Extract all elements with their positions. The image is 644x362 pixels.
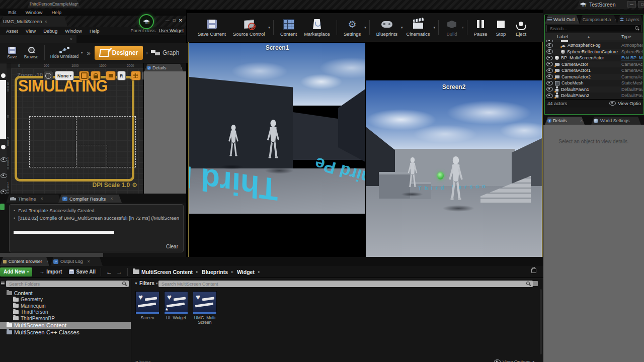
- tab-world-settings[interactable]: World Settings: [591, 117, 641, 125]
- search-folders-input[interactable]: [8, 281, 122, 287]
- close-icon[interactable]: ×: [110, 196, 113, 201]
- clear-button[interactable]: Clear: [166, 244, 178, 249]
- folder-multiscreen-cpp[interactable]: MultiScreen C++ Classes: [0, 329, 131, 336]
- umg-menu-view[interactable]: View: [26, 28, 36, 34]
- preview-size-dropdown[interactable]: None▾: [55, 71, 74, 80]
- eye-icon[interactable]: [546, 74, 553, 79]
- close-icon[interactable]: ×: [70, 37, 72, 42]
- table-row[interactable]: DefaultPawn1DefaultPawn: [545, 86, 643, 93]
- umg-menu-asset[interactable]: Asset: [6, 28, 18, 34]
- breadcrumb-widget[interactable]: Widget: [237, 269, 255, 275]
- eye-icon[interactable]: [546, 81, 553, 85]
- back-button[interactable]: ←: [106, 268, 112, 276]
- sort-asc-icon[interactable]: ▲: [587, 35, 590, 38]
- blueprints-button[interactable]: Blueprints: [373, 15, 401, 41]
- tab-layers[interactable]: Layers: [617, 15, 643, 24]
- viewport-screen1[interactable]: Third Pe Third Pe Screen1: [189, 43, 365, 257]
- minimize-button[interactable]: —: [627, 1, 636, 8]
- animation-mode-button[interactable]: [106, 71, 116, 80]
- eye-icon[interactable]: [546, 62, 553, 66]
- eye-icon[interactable]: [546, 94, 553, 98]
- save-search-icon[interactable]: [533, 281, 538, 286]
- eye-icon[interactable]: [546, 49, 553, 54]
- localization-globe-button[interactable]: [43, 71, 53, 80]
- tab-map[interactable]: ThirdPersonExampleMap*: [28, 0, 80, 8]
- table-row[interactable]: CameraActor1CameraActo: [545, 67, 643, 74]
- assets-scrollbar[interactable]: [540, 289, 542, 354]
- sources-toggle-icon[interactable]: [1, 282, 5, 286]
- tab-umg-details[interactable]: i Details ×: [144, 64, 183, 71]
- window-resize-edge[interactable]: [0, 253, 103, 257]
- table-row[interactable]: CameraActorCameraActo: [545, 61, 643, 68]
- umg-menu-debug[interactable]: Debug: [43, 28, 57, 34]
- close-icon[interactable]: ×: [580, 118, 583, 123]
- tab-composure-layers[interactable]: ComposureLa ×: [580, 15, 617, 24]
- folder-thirdpersonbp[interactable]: ThirdPersonBP: [0, 315, 131, 322]
- umg-menu-help[interactable]: Help: [90, 28, 100, 34]
- caret-down-icon[interactable]: ▾: [364, 26, 366, 30]
- respect-locks-button[interactable]: R: [117, 71, 126, 80]
- add-new-button[interactable]: Add New ▾: [0, 267, 32, 277]
- table-row[interactable]: CubeMeshStaticMesh: [545, 80, 643, 86]
- tab-umg-multiscreen[interactable]: UMG_MultiScreen ×: [0, 16, 67, 27]
- folder-thirdperson[interactable]: ThirdPerson: [0, 309, 131, 316]
- forward-button[interactable]: →: [116, 268, 122, 276]
- folder-mannequin[interactable]: Mannequin: [0, 303, 131, 309]
- grid-snap-button[interactable]: [131, 71, 141, 80]
- tab-details[interactable]: i Details ×: [545, 117, 585, 125]
- cinematics-button[interactable]: Cinematics: [403, 15, 434, 41]
- menu-edit[interactable]: Edit: [8, 10, 16, 15]
- close-icon[interactable]: ×: [45, 19, 47, 24]
- eye-icon[interactable]: [546, 87, 553, 92]
- asset-screen[interactable]: ♥ Screen: [134, 291, 160, 320]
- maximize-button[interactable]: □: [638, 1, 644, 8]
- table-row[interactable]: DefaultPawn2DefaultPawn: [545, 93, 643, 99]
- eye-icon[interactable]: [546, 68, 553, 73]
- close-icon[interactable]: ×: [47, 259, 49, 264]
- table-row[interactable]: ☁ AtmosphericFogAtmospheric: [545, 42, 643, 49]
- dpi-gear-icon[interactable]: ⚙: [132, 182, 137, 189]
- minimize-icon[interactable]: —: [166, 18, 170, 23]
- asset-umg-multiscreen[interactable]: ♥ UMG_Multi Screen: [192, 291, 218, 325]
- eject-button[interactable]: Eject: [511, 15, 531, 41]
- tab-output-log[interactable]: > Output Log ×: [50, 257, 103, 266]
- umg-menu-window[interactable]: Window: [65, 28, 82, 34]
- fill-rule-button[interactable]: [79, 71, 89, 80]
- folder-content[interactable]: Content: [0, 290, 131, 297]
- menu-help[interactable]: Help: [51, 10, 61, 15]
- marketplace-button[interactable]: Marketplace: [300, 15, 334, 41]
- folder-multiscreen-content[interactable]: MultiScreen Content: [0, 322, 131, 329]
- tab-testscreen[interactable]: TestScreen: [577, 0, 629, 9]
- maximize-icon[interactable]: □: [173, 18, 176, 23]
- table-row[interactable]: BP_MultiScreenActor Edit BP_Mu: [545, 55, 643, 61]
- table-row[interactable]: SphereReflectionCaptureSphereRefle: [545, 49, 643, 55]
- column-type[interactable]: Type: [621, 34, 631, 39]
- save-current-button[interactable]: Save Current: [194, 15, 229, 41]
- close-icon[interactable]: ×: [179, 17, 182, 23]
- browse-button[interactable]: Browse: [21, 47, 41, 59]
- viewport-screen2[interactable]: Third Person Screen2: [366, 43, 542, 257]
- screen1-widget-outline[interactable]: [29, 116, 76, 167]
- column-label[interactable]: Label: [557, 34, 568, 39]
- edit-blueprint-link[interactable]: Edit BP_Mu: [621, 55, 642, 60]
- eye-icon[interactable]: [546, 43, 553, 48]
- asset-ui-widget[interactable]: ♥ * UI_Widget: [163, 291, 189, 320]
- tab-compiler-results[interactable]: > Compiler Results ×: [58, 195, 122, 203]
- overflow-chevron-icon[interactable]: »: [87, 49, 91, 57]
- save-button[interactable]: Save: [3, 47, 21, 59]
- view-options-button[interactable]: View Options ▾: [494, 359, 534, 362]
- tab-timeline[interactable]: Timeline ×: [6, 195, 61, 203]
- settings-button[interactable]: ⚙ Settings: [340, 15, 364, 41]
- caret-down-icon[interactable]: ▾: [268, 26, 270, 30]
- outliner-view-options-button[interactable]: View Optio: [609, 101, 641, 106]
- lock-icon[interactable]: [531, 268, 536, 273]
- content-button[interactable]: Content: [277, 15, 300, 41]
- caret-down-icon[interactable]: ▾: [81, 51, 83, 55]
- stop-button[interactable]: Stop: [491, 15, 511, 41]
- menu-window[interactable]: Window: [26, 10, 43, 15]
- import-button[interactable]: → Import: [39, 269, 62, 275]
- inner-widget-outline[interactable]: [76, 145, 107, 167]
- tab-world-outliner[interactable]: World Outl ×: [545, 15, 580, 24]
- close-icon[interactable]: ×: [577, 17, 579, 22]
- lock-button[interactable]: [91, 71, 101, 80]
